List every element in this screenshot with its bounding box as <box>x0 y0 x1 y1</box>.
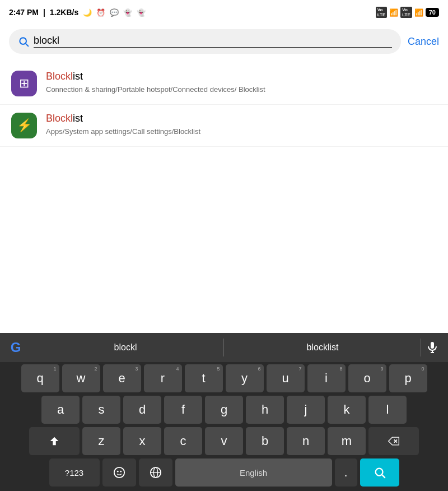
result-highlight-2: Blockl <box>46 113 73 124</box>
emoji-icon <box>113 466 125 479</box>
snapchat2-icon: 👻 <box>137 8 146 17</box>
key-n[interactable]: n <box>287 427 325 455</box>
keyboard-row-3: z x c v b n m <box>3 427 445 455</box>
keyboard-row-2: a s d f g h j k l <box>3 396 445 424</box>
svg-point-7 <box>114 467 124 478</box>
search-key[interactable] <box>360 458 399 487</box>
key-z[interactable]: z <box>82 427 120 455</box>
result-rest-2: ist <box>73 113 83 124</box>
key-k[interactable]: k <box>328 396 366 424</box>
svg-line-1 <box>26 44 29 47</box>
key-q[interactable]: 1q <box>21 364 59 392</box>
result-path-2: Apps/System app settings/Call settings/B… <box>46 127 437 137</box>
svg-point-9 <box>120 471 122 473</box>
result-text-1: Blocklist Connection & sharing/Portable … <box>46 71 437 95</box>
period-key[interactable]: . <box>335 458 357 487</box>
signal-bars-1: 📶 <box>389 8 398 17</box>
settings-icon: ⊞ <box>19 76 29 91</box>
microphone-button[interactable] <box>421 336 444 359</box>
whatsapp-icon: 💬 <box>110 8 119 17</box>
key-r[interactable]: 4r <box>144 364 182 392</box>
google-logo: G <box>4 336 27 359</box>
key-a[interactable]: a <box>41 396 80 424</box>
result-icon-2: ⚡ <box>11 113 37 138</box>
cancel-button[interactable]: Cancel <box>408 36 439 48</box>
globe-icon <box>150 466 162 479</box>
shift-icon <box>48 435 60 447</box>
result-item-1[interactable]: ⊞ Blocklist Connection & sharing/Portabl… <box>0 63 448 105</box>
numbers-key[interactable]: ?123 <box>49 458 100 487</box>
key-h[interactable]: h <box>246 396 284 424</box>
suggestion-blockl[interactable]: blockl <box>27 333 224 362</box>
phone-icon: ⚡ <box>17 118 32 133</box>
search-input[interactable]: blockl <box>34 35 392 48</box>
snapchat-icon: 👻 <box>123 8 132 17</box>
result-text-2: Blocklist Apps/System app settings/Call … <box>46 113 437 137</box>
key-c[interactable]: c <box>164 427 202 455</box>
alarm-icon: ⏰ <box>96 8 105 17</box>
status-left: 2:47 PM | 1.2KB/s 🌙 ⏰ 💬 👻 👻 <box>9 8 146 17</box>
key-m[interactable]: m <box>328 427 366 455</box>
keyboard-row-4: ?123 English . <box>3 458 445 487</box>
key-y[interactable]: 6y <box>226 364 264 392</box>
result-item-2[interactable]: ⚡ Blocklist Apps/System app settings/Cal… <box>0 105 448 147</box>
key-u[interactable]: 7u <box>267 364 305 392</box>
search-key-icon <box>374 466 386 479</box>
key-o[interactable]: 9o <box>348 364 386 392</box>
result-title-2: Blocklist <box>46 113 437 124</box>
keyboard-row-1: 1q 2w 3e 4r 5t 6y 7u 8i 9o 0p <box>3 364 445 392</box>
moon-icon: 🌙 <box>83 8 92 17</box>
time-display: 2:47 PM <box>9 8 39 17</box>
key-p[interactable]: 0p <box>389 364 427 392</box>
key-l[interactable]: l <box>368 396 407 424</box>
status-bar: 2:47 PM | 1.2KB/s 🌙 ⏰ 💬 👻 👻 VoLTE 📶 VoLT… <box>0 0 448 25</box>
key-e[interactable]: 3e <box>103 364 141 392</box>
key-g[interactable]: g <box>205 396 243 424</box>
key-w[interactable]: 2w <box>62 364 100 392</box>
key-x[interactable]: x <box>123 427 161 455</box>
emoji-key[interactable] <box>102 458 136 487</box>
status-right: VoLTE 📶 VoLTE 📶 70 <box>376 7 439 18</box>
backspace-icon <box>388 436 400 446</box>
delete-key[interactable] <box>368 427 419 455</box>
shift-key[interactable] <box>29 427 80 455</box>
vo-lte-badge-2: VoLTE <box>400 7 412 18</box>
key-j[interactable]: j <box>287 396 325 424</box>
key-s[interactable]: s <box>82 396 120 424</box>
key-f[interactable]: f <box>164 396 202 424</box>
speed-display: | <box>43 8 45 17</box>
key-d[interactable]: d <box>123 396 161 424</box>
key-b[interactable]: b <box>246 427 284 455</box>
result-highlight-1: Blockl <box>46 71 73 82</box>
result-rest-1: ist <box>73 71 83 82</box>
signal-bars-2: 📶 <box>414 8 423 17</box>
result-icon-1: ⊞ <box>11 71 37 96</box>
vo-lte-badge: VoLTE <box>376 7 388 18</box>
search-box[interactable]: blockl <box>9 29 401 54</box>
result-title-1: Blocklist <box>46 71 437 82</box>
key-t[interactable]: 5t <box>185 364 223 392</box>
network-speed: 1.2KB/s <box>50 8 78 17</box>
search-icon <box>18 36 29 47</box>
svg-line-14 <box>382 475 385 478</box>
suggestion-blocklist[interactable]: blocklist <box>224 333 421 362</box>
globe-key[interactable] <box>139 458 172 487</box>
svg-rect-2 <box>431 342 434 349</box>
keyboard-area: G blockl blocklist 1q 2w 3e 4r 5t 6y <box>0 333 448 491</box>
battery-indicator: 70 <box>426 8 439 17</box>
key-i[interactable]: 8i <box>307 364 346 392</box>
suggestions-bar: G blockl blocklist <box>0 333 448 362</box>
space-key[interactable]: English <box>175 458 332 487</box>
key-v[interactable]: v <box>205 427 243 455</box>
key-rows: 1q 2w 3e 4r 5t 6y 7u 8i 9o 0p a s d f g … <box>0 362 448 491</box>
svg-point-8 <box>116 471 118 473</box>
mic-icon <box>426 341 439 354</box>
search-results: ⊞ Blocklist Connection & sharing/Portabl… <box>0 58 448 151</box>
search-bar-container: blockl Cancel <box>0 25 448 58</box>
result-path-1: Connection & sharing/Portable hotspot/Co… <box>46 85 437 95</box>
